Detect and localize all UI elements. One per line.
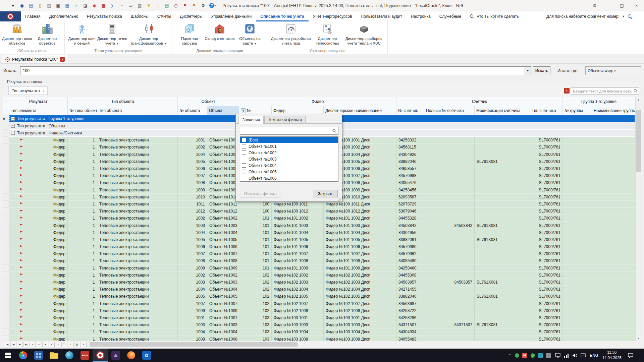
- search-person-icon[interactable]: [627, 14, 633, 19]
- taskbar-clock[interactable]: 11:30 14.04.2025: [602, 350, 622, 360]
- table-row[interactable]: Фидер1Тепловые электростанции1006Объект …: [3, 243, 635, 250]
- column-header[interactable]: № типа объекта: [68, 106, 97, 115]
- checkbox-icon[interactable]: [242, 150, 246, 155]
- target-icon[interactable]: ◉: [19, 3, 25, 8]
- navigator-button[interactable]: ▦: [74, 342, 80, 347]
- table-row[interactable]: Фидер1Тепловые электростанции1011Объект …: [3, 201, 635, 208]
- column-header[interactable]: Объект: [207, 106, 239, 115]
- quick-number-search[interactable]: Для поиска наберите фрагмент номер: ▼: [546, 11, 644, 21]
- table-row[interactable]: Фидер1Тепловые электростанции1005Объект …: [3, 236, 635, 243]
- band-header[interactable]: Группа 1-го уровня: [563, 97, 635, 106]
- shield-icon[interactable]: [530, 353, 535, 358]
- ribbon-button-tower[interactable]: Диспетчер шин и секций: [67, 22, 97, 46]
- scrollbar-thumb[interactable]: [636, 110, 641, 172]
- table-row[interactable]: Фидер1Тепловые электростанции1004Объект …: [3, 286, 635, 293]
- card-icon[interactable]: ▭: [128, 3, 133, 8]
- gray-square-icon[interactable]: [546, 353, 551, 358]
- table-row[interactable]: Фидер1Тепловые электростанции1003Объект …: [3, 279, 635, 286]
- taskbar-app-folder[interactable]: [46, 349, 62, 362]
- ribbon-tab-Шаблоны[interactable]: Шаблоны: [126, 11, 153, 21]
- filter-value-list[interactable]: (Все)Объект №1001Объект №1002Объект №100…: [240, 136, 338, 182]
- help-icon[interactable]: ?: [209, 3, 214, 8]
- filter-funnel-icon[interactable]: [241, 108, 246, 113]
- navigator-button[interactable]: ×: [55, 342, 61, 347]
- document-tab-close-icon[interactable]: ×: [60, 57, 65, 62]
- table-row[interactable]: Фидер1Тепловые электростанции1003Объект …: [3, 321, 635, 328]
- checkbox-icon[interactable]: [242, 163, 246, 168]
- vertical-scrollbar[interactable]: ▲ ▼: [635, 97, 641, 341]
- filter-search-input[interactable]: [240, 128, 332, 133]
- ribbon-tab-Главная[interactable]: Главная: [21, 11, 45, 21]
- monitor-icon[interactable]: [555, 353, 560, 358]
- taskbar-app-alfacenter[interactable]: [93, 349, 108, 362]
- navigator-button[interactable]: ✔: [49, 342, 55, 347]
- close-button[interactable]: ×: [629, 0, 644, 11]
- taskbar-app-firefox[interactable]: [123, 349, 139, 362]
- flag-icon[interactable]: ⚑: [182, 3, 188, 8]
- ribbon-button-meter[interactable]: Диспетчер точек учета ▼: [97, 22, 127, 46]
- ribbon-button-batch[interactable]: Пакетная загрузка: [174, 22, 205, 46]
- navigator-button[interactable]: ▶|: [23, 342, 29, 347]
- filter-list-item[interactable]: Объект №1002: [240, 149, 338, 156]
- filter-list-item[interactable]: Объект №1006: [240, 175, 338, 181]
- list-icon[interactable]: ▤: [164, 3, 170, 8]
- clipboard-icon[interactable]: ▨: [46, 3, 52, 8]
- navigator-button[interactable]: ▼: [68, 342, 74, 347]
- band-header[interactable]: Счетчик: [396, 97, 563, 106]
- gauge-icon[interactable]: ◔: [119, 3, 124, 8]
- search-input[interactable]: [20, 68, 525, 73]
- book-icon[interactable]: ▥: [137, 3, 143, 8]
- clear-result-filter-button[interactable]: ×: [564, 88, 570, 94]
- table-row[interactable]: Фидер1Тепловые электростанции1007Объект …: [3, 250, 635, 257]
- search-icon[interactable]: [633, 89, 638, 93]
- paste-icon[interactable]: ▯: [37, 3, 43, 8]
- scroll-up-icon[interactable]: ▲: [636, 97, 641, 102]
- ribbon-tab-Служебные[interactable]: Служебные: [435, 11, 466, 21]
- table-row[interactable]: Фидер1Тепловые электростанции1002Объект …: [3, 272, 635, 279]
- copy-edit-icon[interactable]: ▤: [28, 3, 34, 8]
- ribbon-tab-Описание точек учета[interactable]: Описание точек учета: [256, 11, 309, 21]
- column-header[interactable]: № счетчик: [396, 106, 424, 115]
- navigator-button[interactable]: ▲: [42, 342, 48, 347]
- group-by-chip[interactable]: Тип результата ▵: [8, 86, 48, 95]
- taskbar-app-outlook[interactable]: O: [139, 349, 154, 362]
- table-row[interactable]: Фидер1Тепловые электростанции1008Объект …: [3, 257, 635, 264]
- tray-expand-icon[interactable]: ^: [509, 353, 511, 358]
- start-button[interactable]: [0, 349, 15, 362]
- resize-grip[interactable]: [338, 197, 341, 201]
- ribbon-tab-Дополнительно[interactable]: Дополнительно: [45, 11, 83, 21]
- column-header[interactable]: № группы: [563, 106, 592, 115]
- ribbon-tab-Отчеты[interactable]: Отчеты: [153, 11, 175, 21]
- column-header[interactable]: Тип объекта: [97, 106, 178, 115]
- pin-window-icon[interactable]: ⊡: [590, 0, 600, 11]
- column-header[interactable]: № объекта: [178, 106, 207, 115]
- expand-icon[interactable]: +: [11, 117, 15, 121]
- ribbon-tab-Управление данными[interactable]: Управление данными: [207, 11, 256, 21]
- clock-grid-icon[interactable]: ◷: [173, 3, 179, 8]
- settings-icon[interactable]: ⚙: [200, 3, 206, 8]
- checkbox-icon[interactable]: [242, 138, 246, 142]
- sum-table-icon[interactable]: ∑: [110, 3, 115, 8]
- ribbon-button-buildings[interactable]: Диспетчер объектов: [32, 22, 62, 46]
- ribbon-tab-Диспетчеры[interactable]: Диспетчеры: [175, 11, 207, 21]
- combo-dropdown-icon[interactable]: ▼: [525, 67, 531, 75]
- search-icon[interactable]: [332, 129, 336, 133]
- close-filter-button[interactable]: Закрыть: [314, 190, 338, 197]
- action-center-icon[interactable]: [626, 353, 636, 358]
- table-row[interactable]: Фидер1Тепловые электростанции1001Объект …: [3, 314, 635, 321]
- search-button[interactable]: Искать: [533, 66, 550, 75]
- table-row[interactable]: Фидер1Тепловые электростанции1007Объект …: [3, 300, 635, 307]
- ribbon-tab-Результаты поиска[interactable]: Результаты поиска: [83, 11, 126, 21]
- ribbon-tab-Настройка[interactable]: Настройка: [407, 11, 435, 21]
- clear-filter-button[interactable]: Очистить фильтр: [240, 190, 281, 197]
- volume-icon[interactable]: [572, 353, 577, 358]
- checkbox-icon[interactable]: [242, 170, 246, 174]
- table-row[interactable]: Фидер1Тепловые электростанции1004Объект …: [3, 328, 635, 336]
- collapse-icon[interactable]: −: [11, 131, 15, 135]
- maximize-button[interactable]: ▢: [614, 0, 629, 11]
- checkbox-icon[interactable]: [242, 176, 246, 180]
- table-icon[interactable]: ▦: [64, 3, 70, 8]
- navigator-button[interactable]: ↻: [61, 342, 67, 347]
- teal-square-icon[interactable]: [538, 353, 543, 358]
- ribbon-tab-Учет энергоресурсов[interactable]: Учет энергоресурсов: [309, 11, 357, 21]
